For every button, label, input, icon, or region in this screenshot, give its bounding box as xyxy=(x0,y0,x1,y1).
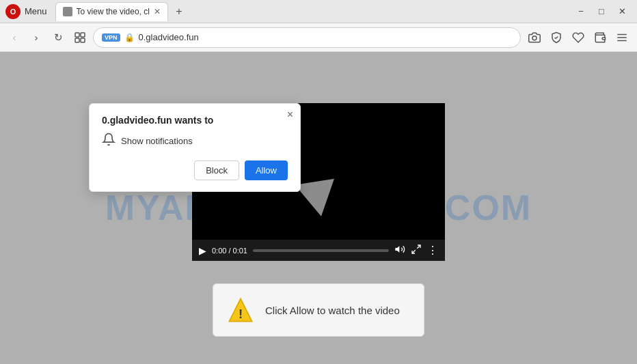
video-more-button[interactable]: ⋮ xyxy=(427,244,438,257)
notification-popup: × 0.gladvideo.fun wants to Show notifica… xyxy=(89,103,301,192)
allow-button[interactable]: Allow xyxy=(245,160,288,180)
tab-bar: To view the video, cl ✕ + xyxy=(55,2,571,21)
warning-icon: ! xyxy=(227,296,254,324)
svg-point-4 xyxy=(532,36,537,40)
minimize-button[interactable]: − xyxy=(571,2,591,21)
svg-rect-1 xyxy=(81,33,85,37)
svg-text:!: ! xyxy=(239,307,243,321)
address-bar: ‹ › ↻ VPN 🔒 0.gladvideo.fun xyxy=(0,23,637,52)
play-button[interactable]: ▶ xyxy=(199,245,206,256)
click-allow-text: Click Allow to watch the video xyxy=(265,303,400,318)
popup-title: 0.gladvideo.fun wants to xyxy=(102,115,288,126)
block-button[interactable]: Block xyxy=(194,160,239,180)
reload-button[interactable]: ↻ xyxy=(49,29,67,46)
mute-button[interactable] xyxy=(394,244,405,257)
svg-marker-10 xyxy=(395,246,399,252)
fullscreen-button[interactable] xyxy=(411,244,422,257)
toolbar-icons xyxy=(525,28,632,47)
title-bar: O Menu To view the video, cl ✕ + − □ ✕ xyxy=(0,0,637,23)
window-controls: − □ ✕ xyxy=(571,2,632,21)
svg-line-11 xyxy=(417,245,420,249)
svg-rect-3 xyxy=(81,38,85,42)
page-content: MYANTISPYWARE.COM ▶ 0:00 / 0:01 xyxy=(0,52,637,364)
opera-logo[interactable]: O xyxy=(5,4,21,19)
tab-favicon xyxy=(63,7,72,16)
heart-button[interactable] xyxy=(569,28,588,47)
shield-button[interactable] xyxy=(547,28,566,47)
menu-button[interactable] xyxy=(612,28,632,47)
tab-title: To view the video, cl xyxy=(77,7,150,16)
url-text: 0.gladvideo.fun xyxy=(139,32,512,42)
forward-button[interactable]: › xyxy=(27,29,45,46)
new-tab-button[interactable]: + xyxy=(171,3,187,20)
video-time: 0:00 / 0:01 xyxy=(212,247,247,255)
tab-close-icon[interactable]: ✕ xyxy=(154,7,161,16)
lock-icon: 🔒 xyxy=(124,33,135,42)
maximize-button[interactable]: □ xyxy=(592,2,611,21)
video-controls: ▶ 0:00 / 0:01 xyxy=(192,240,445,261)
vpn-badge: VPN xyxy=(102,33,120,42)
notification-row: Show notifications xyxy=(102,132,288,150)
browser-window: O Menu To view the video, cl ✕ + − □ ✕ ‹… xyxy=(0,0,637,364)
close-button[interactable]: ✕ xyxy=(612,2,632,21)
active-tab[interactable]: To view the video, cl ✕ xyxy=(55,2,168,21)
url-box[interactable]: VPN 🔒 0.gladvideo.fun xyxy=(93,27,521,48)
popup-close-button[interactable]: × xyxy=(287,109,293,120)
wallet-button[interactable] xyxy=(591,28,610,47)
video-progress[interactable] xyxy=(253,249,389,252)
svg-line-6 xyxy=(556,36,558,38)
menu-label[interactable]: Menu xyxy=(25,6,47,16)
svg-rect-2 xyxy=(75,38,79,42)
tabs-button[interactable] xyxy=(71,29,89,46)
camera-button[interactable] xyxy=(525,28,544,47)
notification-label: Show notifications xyxy=(121,136,193,146)
back-button[interactable]: ‹ xyxy=(5,29,23,46)
notification-bell-icon xyxy=(102,132,116,150)
click-allow-box: ! Click Allow to watch the video xyxy=(213,283,424,337)
popup-actions: Block Allow xyxy=(102,160,288,180)
svg-line-12 xyxy=(412,250,416,253)
svg-rect-0 xyxy=(75,33,79,37)
